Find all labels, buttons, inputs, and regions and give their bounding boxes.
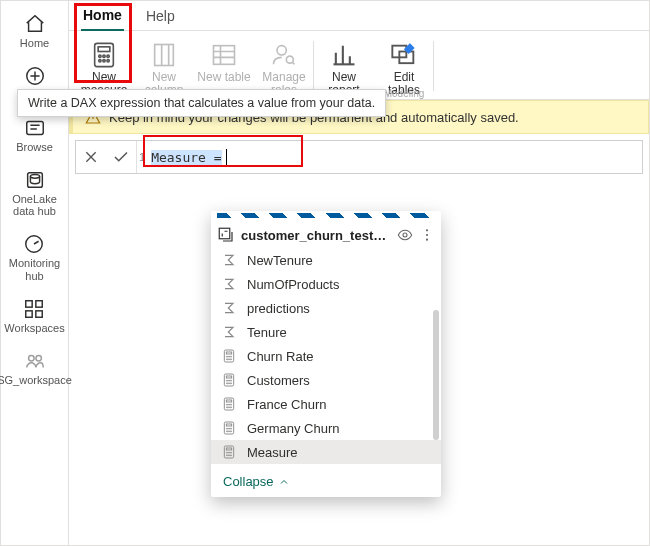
formula-input[interactable]: Measure =	[151, 141, 642, 173]
svg-point-18	[107, 60, 109, 62]
svg-point-45	[230, 383, 231, 384]
plus-circle-icon	[24, 65, 46, 87]
svg-point-26	[403, 233, 407, 237]
nav-monitoring[interactable]: Monitoring hub	[9, 233, 60, 281]
svg-rect-31	[226, 352, 231, 354]
sigma-icon	[221, 324, 237, 340]
formula-cancel[interactable]	[76, 141, 106, 173]
nav-browse[interactable]: Browse	[16, 117, 53, 153]
nav-workspaces-label: Workspaces	[4, 322, 64, 334]
tab-help[interactable]: Help	[144, 2, 177, 30]
nav-browse-label: Browse	[16, 141, 53, 153]
field-row[interactable]: Customers	[211, 368, 441, 392]
field-row[interactable]: NewTenure	[211, 248, 441, 272]
svg-point-53	[230, 407, 231, 408]
scrollbar-thumb[interactable]	[433, 310, 439, 440]
svg-rect-7	[26, 310, 32, 316]
field-row[interactable]: predictions	[211, 296, 441, 320]
visibility-icon[interactable]	[397, 227, 413, 243]
home-icon	[24, 13, 46, 35]
svg-point-15	[107, 55, 109, 57]
svg-point-34	[230, 356, 231, 357]
formula-text: Measure =	[151, 150, 221, 165]
nav-home[interactable]: Home	[20, 13, 49, 49]
edit-tables-icon	[390, 41, 418, 69]
svg-point-36	[228, 359, 229, 360]
svg-rect-39	[226, 376, 231, 378]
field-label: NewTenure	[247, 253, 313, 268]
monitoring-icon	[23, 233, 45, 255]
svg-point-32	[226, 356, 227, 357]
calculator-icon	[221, 348, 237, 364]
field-list: NewTenureNumOfProductspredictionsTenureC…	[211, 248, 441, 466]
table-icon	[210, 41, 238, 69]
fields-popup: customer_churn_test_... NewTenureNumOfPr…	[211, 211, 441, 497]
svg-rect-12	[98, 47, 110, 52]
field-label: NumOfProducts	[247, 277, 339, 292]
svg-point-69	[230, 455, 231, 456]
column-icon	[150, 41, 178, 69]
svg-point-66	[230, 452, 231, 453]
calculator-icon	[221, 396, 237, 412]
collapse-button[interactable]: Collapse	[211, 466, 441, 497]
svg-point-21	[277, 46, 286, 55]
svg-point-48	[226, 404, 227, 405]
svg-point-42	[230, 380, 231, 381]
nav-onelake[interactable]: OneLake data hub	[12, 169, 57, 217]
svg-point-40	[226, 380, 227, 381]
field-row[interactable]: Measure	[211, 440, 441, 464]
chevron-up-icon	[278, 476, 290, 488]
calculator-icon	[221, 420, 237, 436]
svg-rect-6	[36, 300, 42, 306]
svg-point-57	[228, 428, 229, 429]
svg-point-59	[226, 431, 227, 432]
svg-point-52	[228, 407, 229, 408]
svg-point-43	[226, 383, 227, 384]
svg-point-10	[35, 355, 40, 361]
svg-point-67	[226, 455, 227, 456]
svg-rect-5	[26, 300, 32, 306]
collapse-label: Collapse	[223, 474, 274, 489]
field-row[interactable]: NumOfProducts	[211, 272, 441, 296]
svg-point-50	[230, 404, 231, 405]
formula-commit[interactable]	[106, 141, 136, 173]
formula-line-number: 1	[136, 141, 151, 173]
svg-point-28	[426, 234, 428, 236]
svg-point-68	[228, 455, 229, 456]
nav-workspaces[interactable]: Workspaces	[4, 298, 64, 334]
tab-home[interactable]: Home	[81, 1, 124, 31]
svg-point-16	[99, 60, 101, 62]
sigma-icon	[221, 252, 237, 268]
svg-point-41	[228, 380, 229, 381]
nav-monitoring-label: Monitoring hub	[9, 257, 60, 281]
field-label: predictions	[247, 301, 310, 316]
nav-custom-workspace[interactable]: SG_workspace	[0, 350, 72, 386]
nav-custom-workspace-label: SG_workspace	[0, 374, 72, 386]
more-icon[interactable]	[419, 227, 435, 243]
roles-icon	[270, 41, 298, 69]
popup-header: customer_churn_test_...	[211, 222, 441, 248]
popup-drag-stripe	[217, 213, 435, 218]
svg-rect-25	[219, 228, 230, 239]
field-label: Measure	[247, 445, 298, 460]
calculator-icon	[221, 372, 237, 388]
calculator-icon	[221, 444, 237, 460]
field-row[interactable]: Churn Rate	[211, 344, 441, 368]
table-arrows-icon	[217, 226, 235, 244]
nav-onelake-label: OneLake data hub	[12, 193, 57, 217]
svg-rect-63	[226, 448, 231, 450]
svg-point-64	[226, 452, 227, 453]
chart-icon	[330, 41, 358, 69]
svg-point-14	[103, 55, 105, 57]
svg-point-17	[103, 60, 105, 62]
svg-point-60	[228, 431, 229, 432]
nav-home-label: Home	[20, 37, 49, 49]
nav-rail: Home Create Browse OneLake data hub Moni…	[1, 1, 69, 545]
svg-rect-1	[26, 122, 43, 135]
field-row[interactable]: Tenure	[211, 320, 441, 344]
svg-rect-55	[226, 424, 231, 426]
caret	[226, 149, 227, 165]
field-row[interactable]: Germany Churn	[211, 416, 441, 440]
field-row[interactable]: France Churn	[211, 392, 441, 416]
workspaces-icon	[23, 298, 45, 320]
